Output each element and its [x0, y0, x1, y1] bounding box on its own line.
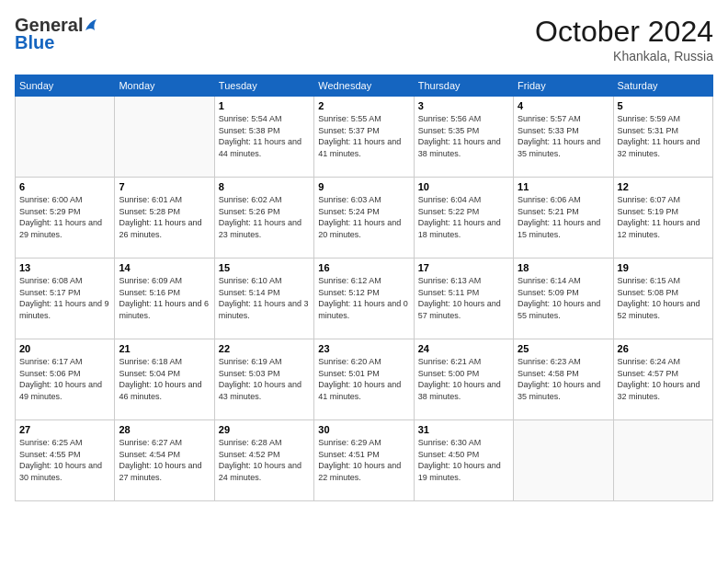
- day-number: 23: [318, 343, 409, 354]
- calendar-day-cell: 11Sunrise: 6:06 AM Sunset: 5:21 PM Dayli…: [514, 178, 613, 259]
- day-info: Sunrise: 6:07 AM Sunset: 5:19 PM Dayligh…: [618, 194, 709, 240]
- day-number: 9: [318, 181, 409, 192]
- day-info: Sunrise: 5:57 AM Sunset: 5:33 PM Dayligh…: [518, 113, 609, 159]
- calendar-day-cell: [514, 420, 613, 501]
- weekday-header: Tuesday: [214, 75, 313, 97]
- calendar-day-cell: [115, 97, 214, 178]
- day-info: Sunrise: 6:29 AM Sunset: 4:51 PM Dayligh…: [318, 437, 409, 483]
- calendar-day-cell: 12Sunrise: 6:07 AM Sunset: 5:19 PM Dayli…: [613, 178, 712, 259]
- calendar-day-cell: 29Sunrise: 6:28 AM Sunset: 4:52 PM Dayli…: [214, 420, 313, 501]
- day-number: 5: [618, 100, 709, 111]
- calendar-day-cell: 26Sunrise: 6:24 AM Sunset: 4:57 PM Dayli…: [613, 339, 712, 420]
- day-number: 17: [418, 262, 509, 273]
- day-number: 11: [518, 181, 609, 192]
- day-info: Sunrise: 6:12 AM Sunset: 5:12 PM Dayligh…: [318, 275, 409, 321]
- day-info: Sunrise: 6:21 AM Sunset: 5:00 PM Dayligh…: [418, 356, 509, 402]
- calendar-day-cell: 28Sunrise: 6:27 AM Sunset: 4:54 PM Dayli…: [115, 420, 214, 501]
- day-info: Sunrise: 6:30 AM Sunset: 4:50 PM Dayligh…: [418, 437, 509, 483]
- day-info: Sunrise: 6:24 AM Sunset: 4:57 PM Dayligh…: [618, 356, 709, 402]
- day-number: 7: [119, 181, 210, 192]
- day-number: 10: [418, 181, 509, 192]
- calendar-day-cell: 2Sunrise: 5:55 AM Sunset: 5:37 PM Daylig…: [314, 97, 414, 178]
- calendar-day-cell: 21Sunrise: 6:18 AM Sunset: 5:04 PM Dayli…: [115, 339, 214, 420]
- day-number: 15: [219, 262, 310, 273]
- calendar-day-cell: 8Sunrise: 6:02 AM Sunset: 5:26 PM Daylig…: [214, 178, 313, 259]
- day-number: 20: [19, 343, 110, 354]
- calendar-day-cell: 30Sunrise: 6:29 AM Sunset: 4:51 PM Dayli…: [314, 420, 414, 501]
- calendar-day-cell: 18Sunrise: 6:14 AM Sunset: 5:09 PM Dayli…: [514, 259, 613, 339]
- day-info: Sunrise: 6:10 AM Sunset: 5:14 PM Dayligh…: [219, 275, 310, 321]
- day-number: 3: [418, 100, 509, 111]
- calendar-day-cell: 16Sunrise: 6:12 AM Sunset: 5:12 PM Dayli…: [314, 259, 414, 339]
- day-info: Sunrise: 6:19 AM Sunset: 5:03 PM Dayligh…: [219, 356, 310, 402]
- day-number: 22: [219, 343, 310, 354]
- day-info: Sunrise: 5:55 AM Sunset: 5:37 PM Dayligh…: [318, 113, 409, 159]
- day-number: 6: [19, 181, 110, 192]
- day-number: 30: [318, 424, 409, 435]
- logo-bird-icon: [84, 17, 100, 34]
- calendar-week-row: 27Sunrise: 6:25 AM Sunset: 4:55 PM Dayli…: [16, 420, 713, 501]
- calendar-table: SundayMondayTuesdayWednesdayThursdayFrid…: [15, 75, 713, 501]
- day-number: 8: [219, 181, 310, 192]
- day-info: Sunrise: 6:14 AM Sunset: 5:09 PM Dayligh…: [518, 275, 609, 321]
- calendar-day-cell: 6Sunrise: 6:00 AM Sunset: 5:29 PM Daylig…: [16, 178, 115, 259]
- calendar-day-cell: 31Sunrise: 6:30 AM Sunset: 4:50 PM Dayli…: [414, 420, 513, 501]
- day-number: 25: [518, 343, 609, 354]
- calendar-week-row: 6Sunrise: 6:00 AM Sunset: 5:29 PM Daylig…: [16, 178, 713, 259]
- day-info: Sunrise: 6:15 AM Sunset: 5:08 PM Dayligh…: [618, 275, 709, 321]
- day-number: 13: [19, 262, 110, 273]
- calendar-day-cell: 4Sunrise: 5:57 AM Sunset: 5:33 PM Daylig…: [514, 97, 613, 178]
- day-info: Sunrise: 6:00 AM Sunset: 5:29 PM Dayligh…: [19, 194, 110, 240]
- day-number: 1: [219, 100, 310, 111]
- day-info: Sunrise: 6:01 AM Sunset: 5:28 PM Dayligh…: [119, 194, 210, 240]
- day-number: 2: [318, 100, 409, 111]
- calendar-day-cell: 24Sunrise: 6:21 AM Sunset: 5:00 PM Dayli…: [414, 339, 513, 420]
- title-block: October 2024 Khankala, Russia: [535, 15, 713, 63]
- weekday-header: Sunday: [16, 75, 115, 97]
- day-info: Sunrise: 5:54 AM Sunset: 5:38 PM Dayligh…: [219, 113, 310, 159]
- weekday-header-row: SundayMondayTuesdayWednesdayThursdayFrid…: [16, 75, 713, 97]
- day-info: Sunrise: 6:27 AM Sunset: 4:54 PM Dayligh…: [119, 437, 210, 483]
- calendar-day-cell: 7Sunrise: 6:01 AM Sunset: 5:28 PM Daylig…: [115, 178, 214, 259]
- day-number: 4: [518, 100, 609, 111]
- weekday-header: Monday: [115, 75, 214, 97]
- day-number: 16: [318, 262, 409, 273]
- calendar-day-cell: 3Sunrise: 5:56 AM Sunset: 5:35 PM Daylig…: [414, 97, 513, 178]
- calendar-day-cell: 15Sunrise: 6:10 AM Sunset: 5:14 PM Dayli…: [214, 259, 313, 339]
- day-info: Sunrise: 6:03 AM Sunset: 5:24 PM Dayligh…: [318, 194, 409, 240]
- weekday-header: Saturday: [613, 75, 712, 97]
- day-number: 31: [418, 424, 509, 435]
- calendar-day-cell: 19Sunrise: 6:15 AM Sunset: 5:08 PM Dayli…: [613, 259, 712, 339]
- calendar-day-cell: 5Sunrise: 5:59 AM Sunset: 5:31 PM Daylig…: [613, 97, 712, 178]
- calendar-day-cell: 27Sunrise: 6:25 AM Sunset: 4:55 PM Dayli…: [16, 420, 115, 501]
- month-title: October 2024: [535, 15, 713, 49]
- weekday-header: Thursday: [414, 75, 513, 97]
- location: Khankala, Russia: [535, 49, 713, 63]
- day-number: 29: [219, 424, 310, 435]
- day-info: Sunrise: 5:56 AM Sunset: 5:35 PM Dayligh…: [418, 113, 509, 159]
- logo-blue-text: Blue: [15, 32, 54, 53]
- calendar-day-cell: 17Sunrise: 6:13 AM Sunset: 5:11 PM Dayli…: [414, 259, 513, 339]
- day-number: 27: [19, 424, 110, 435]
- weekday-header: Wednesday: [314, 75, 414, 97]
- day-info: Sunrise: 6:20 AM Sunset: 5:01 PM Dayligh…: [318, 356, 409, 402]
- calendar-week-row: 13Sunrise: 6:08 AM Sunset: 5:17 PM Dayli…: [16, 259, 713, 339]
- calendar-week-row: 1Sunrise: 5:54 AM Sunset: 5:38 PM Daylig…: [16, 97, 713, 178]
- day-info: Sunrise: 6:06 AM Sunset: 5:21 PM Dayligh…: [518, 194, 609, 240]
- calendar-week-row: 20Sunrise: 6:17 AM Sunset: 5:06 PM Dayli…: [16, 339, 713, 420]
- day-info: Sunrise: 6:02 AM Sunset: 5:26 PM Dayligh…: [219, 194, 310, 240]
- day-number: 28: [119, 424, 210, 435]
- calendar-day-cell: 22Sunrise: 6:19 AM Sunset: 5:03 PM Dayli…: [214, 339, 313, 420]
- calendar-day-cell: 1Sunrise: 5:54 AM Sunset: 5:38 PM Daylig…: [214, 97, 313, 178]
- day-info: Sunrise: 6:13 AM Sunset: 5:11 PM Dayligh…: [418, 275, 509, 321]
- day-number: 19: [618, 262, 709, 273]
- logo: General Blue: [15, 15, 100, 53]
- day-info: Sunrise: 6:17 AM Sunset: 5:06 PM Dayligh…: [19, 356, 110, 402]
- day-number: 14: [119, 262, 210, 273]
- day-info: Sunrise: 6:04 AM Sunset: 5:22 PM Dayligh…: [418, 194, 509, 240]
- day-info: Sunrise: 5:59 AM Sunset: 5:31 PM Dayligh…: [618, 113, 709, 159]
- calendar-day-cell: 13Sunrise: 6:08 AM Sunset: 5:17 PM Dayli…: [16, 259, 115, 339]
- day-info: Sunrise: 6:25 AM Sunset: 4:55 PM Dayligh…: [19, 437, 110, 483]
- calendar-day-cell: 20Sunrise: 6:17 AM Sunset: 5:06 PM Dayli…: [16, 339, 115, 420]
- calendar-day-cell: 10Sunrise: 6:04 AM Sunset: 5:22 PM Dayli…: [414, 178, 513, 259]
